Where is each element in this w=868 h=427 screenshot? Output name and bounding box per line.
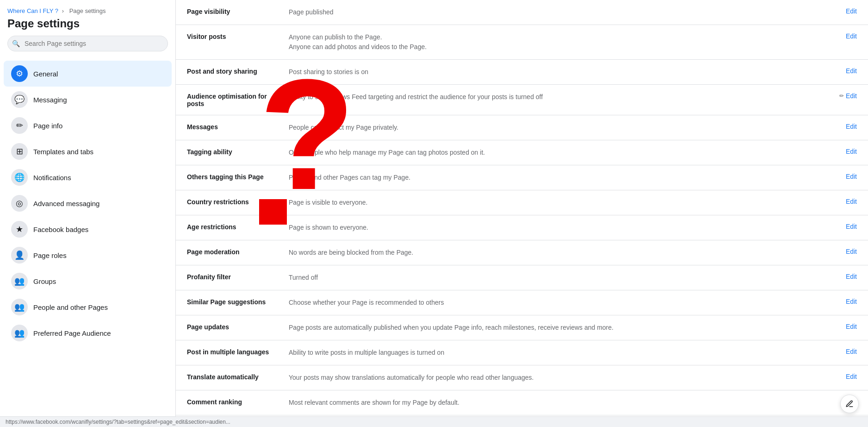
settings-value-tagging-ability: Only people who help manage my Page can … xyxy=(289,148,837,157)
settings-edit-audience-optimisation[interactable]: ✏ Edit xyxy=(839,92,857,100)
edit-label-others-tagging: Edit xyxy=(846,173,857,180)
settings-label-post-story-sharing: Post and story sharing xyxy=(187,67,289,75)
nav-label-preferred-page-audience: Preferred Page Audience xyxy=(33,329,111,337)
settings-value-audience-optimisation: Ability to select News Feed targeting an… xyxy=(289,92,830,102)
settings-row-audience-optimisation: Audience optimisation for postsAbility t… xyxy=(176,85,868,115)
nav-label-messaging: Messaging xyxy=(33,96,67,104)
settings-edit-page-moderation[interactable]: Edit xyxy=(846,248,857,255)
breadcrumb-separator: › xyxy=(62,7,64,14)
sidebar-item-advanced-messaging[interactable]: ◎Advanced messaging xyxy=(4,190,172,216)
edit-label-age-restrictions: Edit xyxy=(846,223,857,230)
settings-edit-post-story-sharing[interactable]: Edit xyxy=(846,67,857,75)
page-title: Page settings xyxy=(7,17,168,30)
settings-row-others-tagging: Others tagging this PagePeople and other… xyxy=(176,165,868,190)
settings-label-comment-ranking: Comment ranking xyxy=(187,398,289,406)
search-icon: 🔍 xyxy=(12,40,20,47)
nav-label-groups: Groups xyxy=(33,277,56,285)
settings-value-page-moderation: No words are being blocked from the Page… xyxy=(289,248,837,257)
nav-label-people-other-pages: People and other Pages xyxy=(33,303,108,311)
nav-icon-page-info: ✏ xyxy=(11,117,28,134)
settings-label-tagging-ability: Tagging ability xyxy=(187,148,289,156)
edit-label-translate-automatically: Edit xyxy=(846,373,857,380)
settings-value-translate-automatically: Your posts may show translations automat… xyxy=(289,373,837,383)
settings-value-comment-ranking: Most relevant comments are shown for my … xyxy=(289,398,837,408)
settings-value-country-restrictions: Page is visible to everyone. xyxy=(289,198,837,207)
sidebar: Where Can I FLY ? › Page settings Page s… xyxy=(0,0,176,427)
sidebar-item-page-roles[interactable]: 👤Page roles xyxy=(4,242,172,268)
sidebar-item-templates-tabs[interactable]: ⊞Templates and tabs xyxy=(4,138,172,164)
settings-edit-visitor-posts[interactable]: Edit xyxy=(846,32,857,40)
sidebar-item-preferred-page-audience[interactable]: 👥Preferred Page Audience xyxy=(4,320,172,346)
settings-label-messages: Messages xyxy=(187,123,289,131)
nav-label-advanced-messaging: Advanced messaging xyxy=(33,200,99,207)
settings-value-similar-page-suggestions: Choose whether your Page is recommended … xyxy=(289,298,837,308)
sidebar-item-page-info[interactable]: ✏Page info xyxy=(4,113,172,138)
edit-label-page-updates: Edit xyxy=(846,323,857,330)
settings-row-profanity-filter: Profanity filterTurned offEdit xyxy=(176,265,868,290)
edit-label-visitor-posts: Edit xyxy=(846,32,857,40)
nav-icon-facebook-badges: ★ xyxy=(11,221,28,238)
settings-edit-profanity-filter[interactable]: Edit xyxy=(846,273,857,280)
settings-label-others-tagging: Others tagging this Page xyxy=(187,173,289,181)
status-url: https://www.facebook.com/wcanifly/settin… xyxy=(6,419,230,425)
compose-button[interactable] xyxy=(840,395,859,413)
settings-edit-tagging-ability[interactable]: Edit xyxy=(846,148,857,155)
nav-icon-messaging: 💬 xyxy=(11,91,28,108)
nav-icon-general: ⚙ xyxy=(11,65,28,82)
settings-value-others-tagging: People and other Pages can tag my Page. xyxy=(289,173,837,182)
settings-label-similar-page-suggestions: Similar Page suggestions xyxy=(187,298,289,306)
sidebar-item-general[interactable]: ⚙General xyxy=(4,61,172,87)
settings-label-profanity-filter: Profanity filter xyxy=(187,273,289,281)
nav-label-page-roles: Page roles xyxy=(33,251,67,259)
settings-value-messages: People can contact my Page privately. xyxy=(289,123,837,132)
settings-row-country-restrictions: Country restrictionsPage is visible to e… xyxy=(176,190,868,215)
settings-value-post-multiple-languages: Ability to write posts in multiple langu… xyxy=(289,348,837,358)
edit-label-page-moderation: Edit xyxy=(846,248,857,255)
sidebar-item-facebook-badges[interactable]: ★Facebook badges xyxy=(4,216,172,242)
sidebar-item-people-other-pages[interactable]: 👥People and other Pages xyxy=(4,294,172,320)
settings-edit-post-multiple-languages[interactable]: Edit xyxy=(846,348,857,355)
settings-row-post-multiple-languages: Post in multiple languagesAbility to wri… xyxy=(176,340,868,365)
edit-label-similar-page-suggestions: Edit xyxy=(846,298,857,305)
settings-edit-similar-page-suggestions[interactable]: Edit xyxy=(846,298,857,305)
settings-value-page-updates: Page posts are automatically published w… xyxy=(289,323,837,333)
sidebar-item-notifications[interactable]: 🌐Notifications xyxy=(4,164,172,190)
nav-label-facebook-badges: Facebook badges xyxy=(33,226,88,233)
settings-label-visitor-posts: Visitor posts xyxy=(187,32,289,40)
settings-edit-age-restrictions[interactable]: Edit xyxy=(846,223,857,230)
settings-edit-others-tagging[interactable]: Edit xyxy=(846,173,857,180)
nav-icon-groups: 👥 xyxy=(11,273,28,289)
main-content: ? Page visibilityPage publishedEditVisit… xyxy=(176,0,868,427)
settings-edit-translate-automatically[interactable]: Edit xyxy=(846,373,857,380)
settings-label-age-restrictions: Age restrictions xyxy=(187,223,289,231)
settings-edit-page-updates[interactable]: Edit xyxy=(846,323,857,330)
breadcrumb-parent[interactable]: Where Can I FLY ? xyxy=(7,7,58,14)
sidebar-item-groups[interactable]: 👥Groups xyxy=(4,268,172,294)
search-input[interactable] xyxy=(7,36,168,51)
sidebar-item-messaging[interactable]: 💬Messaging xyxy=(4,87,172,113)
settings-value-profanity-filter: Turned off xyxy=(289,273,837,283)
settings-row-tagging-ability: Tagging abilityOnly people who help mana… xyxy=(176,140,868,165)
settings-value-post-story-sharing: Post sharing to stories is on xyxy=(289,67,837,77)
settings-edit-country-restrictions[interactable]: Edit xyxy=(846,198,857,205)
nav-label-templates-tabs: Templates and tabs xyxy=(33,148,93,156)
settings-edit-messages[interactable]: Edit xyxy=(846,123,857,130)
settings-row-similar-page-suggestions: Similar Page suggestionsChoose whether y… xyxy=(176,290,868,315)
breadcrumb: Where Can I FLY ? › Page settings xyxy=(7,7,168,14)
nav-label-notifications: Notifications xyxy=(33,174,71,182)
settings-row-visitor-posts: Visitor postsAnyone can publish to the P… xyxy=(176,25,868,60)
settings-label-translate-automatically: Translate automatically xyxy=(187,373,289,381)
settings-value-visitor-posts: Anyone can publish to the Page. Anyone c… xyxy=(289,32,837,52)
settings-row-messages: MessagesPeople can contact my Page priva… xyxy=(176,115,868,140)
edit-label-tagging-ability: Edit xyxy=(846,148,857,155)
settings-edit-page-visibility[interactable]: Edit xyxy=(846,7,857,15)
settings-row-translate-automatically: Translate automaticallyYour posts may sh… xyxy=(176,365,868,390)
edit-label-page-visibility: Edit xyxy=(846,7,857,15)
edit-label-post-story-sharing: Edit xyxy=(846,67,857,75)
edit-label-profanity-filter: Edit xyxy=(846,273,857,280)
settings-row-post-story-sharing: Post and story sharingPost sharing to st… xyxy=(176,60,868,85)
settings-row-age-restrictions: Age restrictionsPage is shown to everyon… xyxy=(176,215,868,240)
settings-label-page-moderation: Page moderation xyxy=(187,248,289,256)
nav-icon-templates-tabs: ⊞ xyxy=(11,143,28,160)
pencil-icon: ✏ xyxy=(839,93,844,99)
